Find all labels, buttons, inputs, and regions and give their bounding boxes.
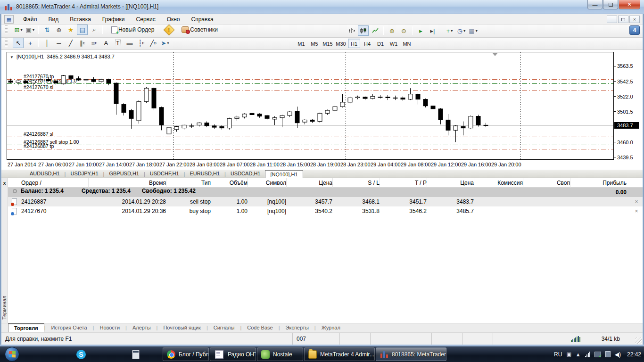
column-header-sl[interactable]: S / L xyxy=(332,178,380,188)
delete-order-button[interactable]: × xyxy=(633,197,640,206)
data-window-button[interactable]: ⊕ xyxy=(53,25,64,35)
order-row-24126887[interactable]: 241268872014.01.29 20:28sell stop1.00[nq… xyxy=(8,197,643,206)
new-chart-button[interactable]: ⊞▾ xyxy=(13,25,24,35)
trendline-button[interactable]: ╱ xyxy=(65,38,76,48)
vertical-line-button[interactable]: │ xyxy=(41,38,52,48)
chart-document-icon[interactable]: ▦ xyxy=(4,15,14,24)
cycle-lines-button[interactable]: ┆F xyxy=(136,38,147,48)
timeframe-M15[interactable]: M15 xyxy=(322,39,334,48)
chart-tab-GBPUSDH1[interactable]: GBPUSD,H1 xyxy=(104,170,144,178)
column-header-price[interactable]: Цена xyxy=(286,178,332,188)
expert-advisors-button[interactable]: Советники xyxy=(178,25,223,35)
crosshair-button[interactable]: + xyxy=(25,38,35,48)
timeframe-H1[interactable]: H1 xyxy=(348,39,360,48)
strategy-tester-button[interactable]: ⌕ xyxy=(89,25,99,35)
text-button[interactable]: A xyxy=(100,38,111,48)
chart-tab-NQ100H1[interactable]: [NQ100],H1 xyxy=(265,170,303,178)
chart-tab-EURUSDH1[interactable]: EURUSD,H1 xyxy=(185,170,224,178)
price-axis[interactable]: 3563.53542.53522.03501.53481.03460.03439… xyxy=(614,50,640,159)
timeframe-D1[interactable]: D1 xyxy=(374,39,387,48)
horizontal-line-button[interactable]: ─ xyxy=(53,38,64,48)
fibonacci-button[interactable]: ≡F xyxy=(89,38,99,48)
network-signal-icon[interactable] xyxy=(585,352,590,357)
alert-icon[interactable]: ! xyxy=(163,24,174,35)
timeframe-M1[interactable]: M1 xyxy=(295,39,307,48)
volume-icon[interactable]: ◀) xyxy=(615,351,621,358)
column-header-symbol[interactable]: Символ xyxy=(248,178,286,188)
column-header-volume[interactable]: Объём xyxy=(211,178,248,188)
candlestick-chart[interactable]: #24127670 tp#24127670 buy stop 1.0#24127… xyxy=(7,52,614,161)
column-header-price_current[interactable]: Цена xyxy=(427,178,474,188)
calculator-icon[interactable] xyxy=(130,349,141,360)
column-header-commission[interactable]: Комиссия xyxy=(474,178,523,188)
column-header-time[interactable]: Время xyxy=(88,178,166,188)
start-button[interactable] xyxy=(5,347,19,362)
periods-button[interactable]: ◷▾ xyxy=(456,25,467,36)
terminal-tab-Сигналы[interactable]: Сигналы xyxy=(208,323,240,333)
indicators-button[interactable]: +▾ xyxy=(444,25,455,36)
text-label-button[interactable]: T xyxy=(112,38,123,48)
chart-tab-USDCHFH1[interactable]: USDCHF,H1 xyxy=(145,170,184,178)
timeframe-W1[interactable]: W1 xyxy=(388,39,400,48)
taskbar-button-blog[interactable]: Блог / Публикации ... xyxy=(163,347,209,361)
zoom-out-button[interactable]: ⊖ xyxy=(398,25,409,36)
language-bar-icon[interactable]: ▣ xyxy=(566,351,571,357)
timeframe-M5[interactable]: M5 xyxy=(308,39,321,48)
menu-Вид[interactable]: Вид xyxy=(43,14,65,25)
menu-Вставка[interactable]: Вставка xyxy=(64,14,97,25)
taskbar-button-nostale[interactable]: Nostale xyxy=(257,347,303,361)
menu-Окно[interactable]: Окно xyxy=(161,14,186,25)
terminal-tab-Журнал[interactable]: Журнал xyxy=(316,323,346,333)
menu-Графики[interactable]: Графики xyxy=(97,14,131,25)
timeframe-MN[interactable]: MN xyxy=(401,39,413,48)
column-header-type[interactable]: Тип xyxy=(166,178,211,188)
chart-tab-AUDUSDH1[interactable]: AUDUSD,H1 xyxy=(25,170,65,178)
mdi-restore-button[interactable] xyxy=(618,16,628,23)
network-status-icon[interactable] xyxy=(594,352,601,357)
terminal-tab-Почтовыйящик[interactable]: Почтовый ящик xyxy=(157,323,206,333)
delete-order-button[interactable]: × xyxy=(633,206,640,216)
terminal-side-tab[interactable]: Терминал xyxy=(1,287,8,320)
terminal-tab-Новости[interactable]: Новости xyxy=(94,323,125,333)
terminal-panel-button[interactable]: ▤ xyxy=(77,25,88,35)
action-center-icon[interactable] xyxy=(605,351,611,357)
new-order-button[interactable]: + Новый Ордер xyxy=(108,25,159,35)
auto-scroll-button[interactable]: ▸ xyxy=(415,25,426,36)
navigator-button[interactable]: ★ xyxy=(65,25,76,35)
market-watch-button[interactable]: ⇅ xyxy=(41,25,52,35)
shapes-button[interactable]: ▬ xyxy=(124,38,135,48)
candlestick-chart-button[interactable] xyxy=(358,25,369,36)
show-hidden-icons[interactable]: ▲ xyxy=(576,352,581,357)
mdi-minimize-button[interactable]: — xyxy=(607,16,617,23)
resize-grip[interactable] xyxy=(635,337,642,344)
bar-chart-button[interactable] xyxy=(346,25,357,36)
terminal-close-icon[interactable]: x xyxy=(2,181,7,186)
order-row-24127670[interactable]: 241276702014.01.29 20:36buy stop1.00[nq1… xyxy=(8,206,643,216)
skype-icon[interactable]: S xyxy=(75,349,87,360)
comments-badge[interactable]: 4 xyxy=(629,25,640,35)
chart-tab-USDCADH1[interactable]: USDCAD,H1 xyxy=(226,170,265,178)
menu-Сервис[interactable]: Сервис xyxy=(131,14,161,25)
menu-Справка[interactable]: Справка xyxy=(186,14,219,25)
arrows-button[interactable]: ➤▾ xyxy=(159,38,170,48)
taskbar-button-radio[interactable]: Радио ОНТ - Google... xyxy=(210,347,256,361)
minimize-button[interactable]: — xyxy=(587,0,603,9)
time-axis[interactable]: 27 Jan 201427 Jan 06:0027 Jan 10:0027 Ja… xyxy=(1,161,640,169)
profiles-button[interactable]: ▣▾ xyxy=(25,25,35,35)
column-header-profit[interactable]: Прибыль xyxy=(570,178,627,188)
column-header-tp[interactable]: T / P xyxy=(380,178,427,188)
chart-window[interactable]: #24127670 tp#24127670 buy stop 1.0#24127… xyxy=(1,50,643,170)
cursor-button[interactable]: ↖ xyxy=(13,38,24,48)
toolbar-grip[interactable] xyxy=(5,39,8,47)
chart-tab-USDJPYH1[interactable]: USDJPY,H1 xyxy=(66,170,103,178)
clock[interactable]: 22:42 xyxy=(627,351,641,358)
taskbar-button-mt4-app[interactable]: 8018865: MetaTrader... xyxy=(376,347,446,361)
language-indicator[interactable]: RU xyxy=(554,351,562,358)
taskbar-button-mt4-folder[interactable]: MetaTrader 4 Admir... xyxy=(304,347,375,361)
maximize-button[interactable] xyxy=(603,0,618,9)
chart-shift-button[interactable]: ▸| xyxy=(427,25,438,36)
terminal-tab-CodeBase[interactable]: Code Base xyxy=(241,323,278,333)
terminal-tab-Торговля[interactable]: Торговля xyxy=(8,323,44,333)
timeframe-H4[interactable]: H4 xyxy=(361,39,373,48)
templates-button[interactable]: ▦▾ xyxy=(468,25,479,36)
